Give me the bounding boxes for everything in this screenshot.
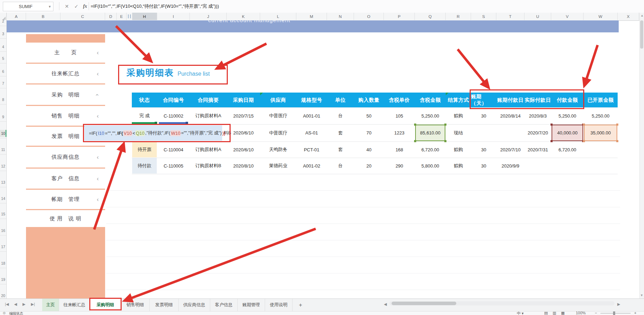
sheet-tab-账期管理[interactable]: 账期管理 — [238, 299, 265, 311]
column-header-E[interactable]: E — [117, 13, 127, 20]
column-header-L[interactable]: L — [260, 13, 296, 20]
vertical-scroll-thumb[interactable] — [640, 20, 643, 49]
table-cell[interactable]: 赊购 — [446, 108, 471, 124]
column-header-cell-16[interactable]: 已开票金额 — [584, 93, 618, 107]
table-cell[interactable]: 30 — [471, 158, 496, 174]
sidebar-item-4[interactable]: 销售 明细‹ — [26, 106, 105, 126]
table-cell[interactable]: 待开票 — [132, 142, 157, 157]
ref-cell-handle[interactable] — [550, 124, 553, 126]
table-cell[interactable]: 订购原材料A — [190, 142, 226, 157]
row-header-20[interactable]: 20 — [0, 292, 6, 299]
chevron-left-icon[interactable]: ‹ — [97, 71, 99, 77]
table-cell[interactable]: C-110002 — [157, 108, 189, 124]
formula-input[interactable]: =IF(I10=“”,“”,IF(V10<Q10,“待付款”,IF(W10=“”… — [91, 3, 219, 10]
hscroll-left-icon[interactable]: ◀ — [384, 302, 387, 307]
chevron-left-icon[interactable]: ‹ — [97, 216, 99, 222]
add-sheet-button[interactable]: + — [295, 299, 306, 311]
vertical-scrollbar[interactable]: ▲ — [639, 13, 644, 298]
row-header-16[interactable]: 16 — [0, 227, 6, 234]
column-header-X[interactable]: X — [618, 13, 639, 20]
tab-nav-next-icon[interactable]: ▶ — [22, 302, 25, 307]
table-cell[interactable]: 85,610.00 — [415, 125, 445, 141]
column-header-M[interactable]: M — [296, 13, 327, 20]
column-header-J[interactable]: J — [190, 13, 227, 20]
row-header-19[interactable]: 19 — [0, 276, 6, 283]
table-cell[interactable]: 订购原材料A — [190, 108, 226, 124]
table-cell[interactable]: C-110004 — [157, 142, 189, 157]
table-cell[interactable]: 现结 — [446, 125, 471, 141]
column-header-Q[interactable]: Q — [415, 13, 446, 20]
sheet-tab-主页[interactable]: 主页 — [42, 299, 59, 311]
table-cell[interactable]: 台 — [327, 158, 354, 174]
table-cell[interactable]: 套 — [327, 125, 354, 141]
column-header-cell-7[interactable]: 单位 — [327, 93, 354, 107]
view-normal-icon[interactable]: ▤ — [544, 311, 548, 315]
table-cell[interactable]: 赊购 — [446, 158, 471, 174]
table-cell[interactable]: 待付款 — [132, 158, 157, 174]
row-header-15[interactable]: 15 — [0, 210, 6, 218]
table-cell[interactable] — [552, 158, 583, 174]
chevron-left-icon[interactable]: ‹ — [97, 50, 99, 56]
sheet-tab-往来帐汇总[interactable]: 往来帐汇总 — [59, 299, 90, 311]
ref-cell-handle[interactable] — [616, 124, 618, 126]
sidebar-item-9[interactable]: 使 用 说 明‹ — [26, 210, 105, 227]
zoom-in-icon[interactable]: + — [634, 311, 636, 315]
row-header-18[interactable]: 18 — [0, 260, 6, 267]
column-header-V[interactable]: V — [551, 13, 584, 20]
sheet-tab-客户信息[interactable]: 客户信息 — [210, 299, 238, 311]
chevron-left-icon[interactable]: ‹ — [97, 176, 99, 182]
chevron-left-icon[interactable]: ‹ — [97, 196, 99, 202]
table-cell[interactable]: 赊购 — [446, 142, 471, 157]
input-mode-indicator[interactable]: 中 ▾ — [517, 311, 524, 315]
tab-nav-prev-icon[interactable]: ◀ — [14, 302, 17, 307]
column-header-C[interactable]: C — [60, 13, 105, 20]
tab-nav-last-icon[interactable]: ▶| — [31, 302, 35, 307]
column-header-R[interactable]: R — [446, 13, 471, 20]
sidebar-item-2[interactable]: 往来帐汇总‹ — [26, 64, 105, 83]
column-header-S[interactable]: S — [471, 13, 496, 20]
column-header-P[interactable]: P — [384, 13, 415, 20]
row-header-5[interactable]: 5 — [0, 55, 6, 62]
table-cell[interactable]: 5,250.00 — [584, 108, 617, 124]
table-cell[interactable]: 290 — [384, 158, 414, 174]
view-layout-icon[interactable]: ▥ — [553, 311, 556, 315]
column-header-D[interactable]: D — [105, 13, 117, 20]
horizontal-scroll-thumb[interactable] — [392, 302, 456, 305]
table-cell[interactable] — [584, 142, 617, 157]
row-header-11[interactable]: 11 — [0, 146, 6, 153]
table-cell[interactable]: 台 — [327, 108, 354, 124]
table-cell[interactable] — [584, 158, 617, 174]
column-header-I[interactable]: I — [157, 13, 190, 20]
table-cell[interactable]: 50 — [354, 108, 384, 124]
table-cell[interactable]: 完 成 — [132, 108, 157, 124]
sheet-tab-供应商信息[interactable]: 供应商信息 — [179, 299, 210, 311]
row-header-12[interactable]: 12 — [0, 163, 6, 170]
table-cell[interactable] — [525, 158, 551, 174]
table-cell[interactable]: 中普医疗 — [260, 108, 296, 124]
zoom-out-icon[interactable]: − — [595, 311, 597, 315]
row-header-7[interactable]: 7 — [0, 80, 6, 87]
sidebar-item-1[interactable]: 主 页‹ — [26, 43, 105, 63]
table-cell[interactable]: 2020/6/10 — [227, 125, 260, 141]
sidebar-item-6[interactable]: 供应商信息‹ — [26, 147, 105, 168]
table-cell[interactable]: 168 — [384, 142, 414, 157]
table-cell[interactable]: 2020/7/20 — [525, 125, 551, 141]
table-cell[interactable]: 30 — [471, 108, 496, 124]
table-cell[interactable]: 2020/9/9 — [497, 158, 524, 174]
column-header-cell-4[interactable]: 采购日期 — [227, 93, 260, 107]
column-header-W[interactable]: W — [584, 13, 618, 20]
sheet-tab-销售明细[interactable]: 销售明细 — [121, 299, 150, 311]
column-header-cell-8[interactable]: 购入数量 — [354, 93, 384, 107]
sheet-tab-使用说明[interactable]: 使用说明 — [265, 299, 292, 311]
table-cell[interactable]: A001-01 — [297, 108, 327, 124]
column-header-cell-11[interactable]: 结算方式 — [446, 93, 471, 107]
row-header-3[interactable]: 3 — [0, 30, 6, 37]
table-cell[interactable]: 30 — [471, 142, 496, 157]
table-cell[interactable]: 2020/7/10 — [497, 142, 524, 157]
name-box[interactable]: SUMIF ▼ — [3, 2, 53, 11]
sidebar-item-8[interactable]: 帐期 管理‹ — [26, 190, 105, 209]
table-cell[interactable]: A001-02 — [297, 158, 327, 174]
column-header-T[interactable]: T — [496, 13, 524, 20]
table-cell[interactable]: 1223 — [384, 125, 414, 141]
table-cell[interactable]: 2020/7/31 — [525, 142, 551, 157]
